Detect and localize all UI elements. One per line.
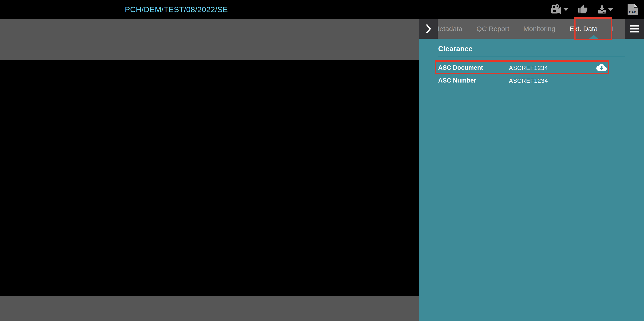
section-title: Clearance: [438, 45, 472, 53]
chevron-right-icon: [426, 24, 431, 34]
ext-data-panel: Clearance ASC Document ASCREF1234 ASC Nu…: [419, 39, 644, 321]
video-camera-dropdown[interactable]: [563, 0, 569, 19]
video-camera-button[interactable]: [551, 0, 562, 19]
asc-document-value: ASCREF1234: [509, 64, 548, 71]
hamburger-icon: [630, 25, 639, 27]
active-tab-caret: [589, 35, 598, 39]
panel-menu-button[interactable]: [625, 19, 644, 39]
download-dropdown[interactable]: [608, 0, 614, 19]
header-bar: PCH/DEM/TEST/08/2022/SE: [0, 0, 644, 19]
chevron-down-icon: [563, 8, 569, 11]
side-panel: Metadata QC Report Monitoring Ext. Data …: [419, 19, 644, 321]
asc-number-label: ASC Number: [438, 77, 476, 84]
app-window: PCH/DEM/TEST/08/2022/SE: [0, 0, 644, 321]
panel-tab-bar: Metadata QC Report Monitoring Ext. Data …: [419, 19, 644, 39]
video-player-area[interactable]: [0, 19, 419, 321]
asc-number-value: ASCREF1234: [509, 77, 548, 84]
section-divider: [438, 57, 625, 57]
cloud-download-icon: [596, 63, 607, 72]
tab-qc-report[interactable]: QC Report: [476, 25, 509, 33]
tab-ext-data[interactable]: Ext. Data: [570, 25, 598, 33]
player-bottom-strip: [0, 296, 419, 321]
video-camera-icon: [551, 4, 562, 15]
asc-document-download-button[interactable]: [596, 63, 607, 72]
chevron-down-icon: [608, 8, 614, 11]
thumbs-up-icon: [577, 4, 588, 15]
download-icon: [596, 4, 608, 15]
asset-title: PCH/DEM/TEST/08/2022/SE: [125, 0, 228, 19]
thumbs-up-button[interactable]: [577, 0, 588, 19]
asc-document-label: ASC Document: [438, 64, 483, 71]
tab-clipped[interactable]: I: [612, 25, 614, 33]
download-button[interactable]: [596, 0, 608, 19]
player-top-strip: [0, 19, 419, 60]
cad-export-button[interactable]: CAD: [628, 0, 638, 19]
panel-collapse-button[interactable]: [419, 19, 438, 39]
svg-text:CAD: CAD: [629, 10, 636, 14]
cad-file-icon: CAD: [628, 4, 638, 15]
tab-monitoring[interactable]: Monitoring: [523, 25, 555, 33]
tab-metadata[interactable]: Metadata: [438, 25, 462, 33]
